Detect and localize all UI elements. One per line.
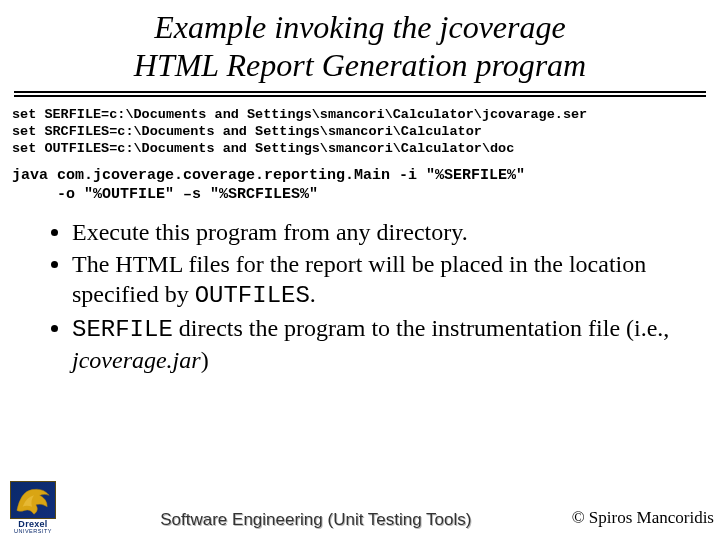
footer-course-title: Software Engineering (Unit Testing Tools… [60,510,572,534]
bullet-2: The HTML files for the report will be pl… [72,249,690,311]
code-line-1: set SERFILE=c:\Documents and Settings\sm… [12,107,587,122]
java-command-block: java com.jcoverage.coverage.reporting.Ma… [0,159,720,211]
drexel-logo-block: Drexel UNIVERSITY [6,481,60,535]
bullet-1: Execute this program from any directory. [72,217,690,247]
footer-copyright: © Spiros Mancoridis [572,508,714,534]
code-line-3: set OUTFILES=c:\Documents and Settings\s… [12,141,514,156]
logo-subtitle: UNIVERSITY [14,529,52,535]
title-line-2: HTML Report Generation program [134,47,586,83]
set-commands-block: set SERFILE=c:\Documents and Settings\sm… [0,105,720,160]
java-line-1: java com.jcoverage.coverage.reporting.Ma… [12,167,525,184]
slide-title: Example invoking the jcoverage HTML Repo… [0,0,720,89]
title-underline [14,91,706,97]
drexel-dragon-icon [10,481,56,519]
code-line-2: set SRCFILES=c:\Documents and Settings\s… [12,124,482,139]
java-line-2: -o "%OUTFILE" –s "%SRCFILES%" [12,186,318,203]
title-line-1: Example invoking the jcoverage [154,9,565,45]
bullet-list: Execute this program from any directory.… [0,211,720,375]
outfiles-var: OUTFILES [195,282,310,309]
bullet-3: SERFILE directs the program to the instr… [72,313,690,375]
serfile-var: SERFILE [72,316,173,343]
footer: Drexel UNIVERSITY Software Engineering (… [0,476,720,536]
jcoverage-jar: jcoverage.jar [72,347,201,373]
